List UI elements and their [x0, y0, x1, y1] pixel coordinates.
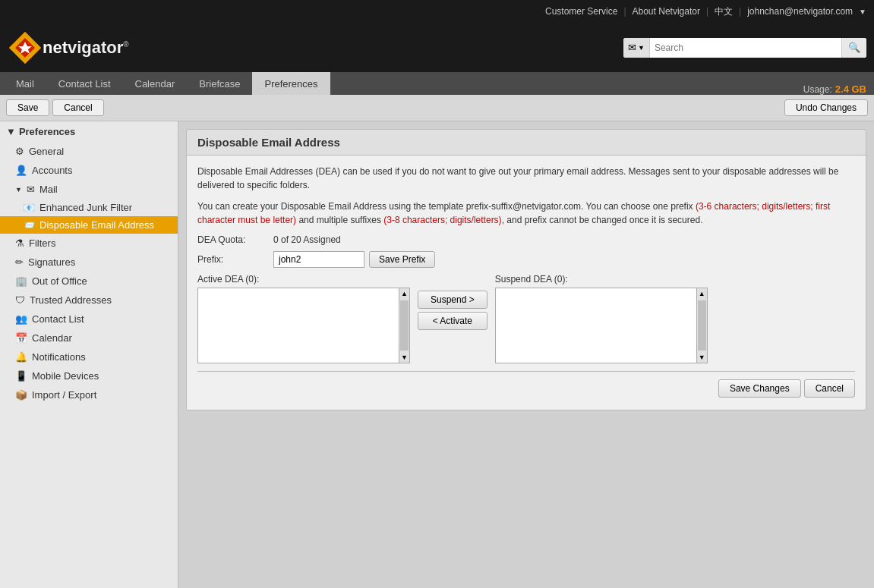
- sidebar-item-notifications[interactable]: 🔔 Notifications: [0, 347, 178, 366]
- usage-amount: 2.4 GB: [835, 83, 866, 95]
- search-type-selector[interactable]: ✉ ▼: [623, 38, 650, 58]
- dea-quota-row: DEA Quota: 0 of 20 Assigned: [197, 234, 855, 245]
- sidebar-item-label: Mail: [39, 184, 58, 195]
- tab-calendar[interactable]: Calendar: [123, 72, 188, 95]
- language-link[interactable]: 中文: [715, 5, 733, 18]
- user-dropdown-arrow[interactable]: ▼: [859, 8, 866, 16]
- dea-action-buttons: Suspend > < Activate: [418, 291, 487, 330]
- sidebar-item-label: Trusted Addresses: [30, 294, 112, 306]
- accounts-icon: 👤: [15, 165, 27, 176]
- sidebar-item-label: Disposable Email Address: [39, 219, 154, 231]
- activate-button[interactable]: < Activate: [418, 312, 487, 330]
- signatures-icon: ✏: [15, 256, 24, 268]
- sidebar-item-enhanced-junk-filter[interactable]: 📧 Enhanced Junk Filter: [0, 199, 178, 216]
- sidebar-collapse-arrow: ▼: [6, 126, 16, 137]
- sidebar-item-label: Accounts: [32, 165, 72, 176]
- dea-icon: 📨: [23, 219, 35, 231]
- tab-preferences[interactable]: Preferences: [252, 72, 330, 95]
- panel-title: Disposable Email Address: [187, 130, 866, 156]
- active-dea-section: Active DEA (0): ▲ ▼: [197, 274, 410, 363]
- panel-body: Disposable Email Addresses (DEA) can be …: [187, 156, 866, 410]
- search-input[interactable]: [650, 38, 841, 58]
- user-email: johnchan@netvigator.com: [747, 6, 853, 17]
- save-button[interactable]: Save: [6, 99, 49, 116]
- sidebar-item-mobile-devices[interactable]: 📱 Mobile Devices: [0, 366, 178, 385]
- logo-icon: [8, 30, 43, 65]
- suspend-dea-listbox[interactable]: ▲ ▼: [495, 288, 708, 363]
- content-area: Disposable Email Address Disposable Emai…: [178, 121, 874, 588]
- mail-icon: ✉: [27, 184, 35, 195]
- mail-expand-arrow: ▼: [15, 186, 22, 193]
- dea-form: DEA Quota: 0 of 20 Assigned Prefix: Save…: [197, 234, 855, 268]
- undo-changes-button[interactable]: Undo Changes: [784, 99, 868, 116]
- usage-area: Usage: 2.4 GB: [803, 83, 874, 95]
- panel-description-1: Disposable Email Addresses (DEA) can be …: [197, 165, 855, 192]
- sidebar-item-out-of-office[interactable]: 🏢 Out of Office: [0, 272, 178, 291]
- sidebar-item-import-export[interactable]: 📦 Import / Export: [0, 385, 178, 404]
- header: netvigator® ✉ ▼ 🔍: [0, 23, 874, 72]
- sidebar-item-label: Out of Office: [32, 275, 87, 287]
- sidebar-item-label: General: [29, 146, 64, 157]
- search-button[interactable]: 🔍: [841, 38, 866, 58]
- gear-icon: ⚙: [15, 146, 24, 157]
- sidebar-item-disposable-email-address[interactable]: 📨 Disposable Email Address: [0, 216, 178, 234]
- toolbar: Save Cancel Undo Changes: [0, 95, 874, 121]
- suspend-list-scroll-down[interactable]: ▼: [697, 352, 707, 363]
- search-bar: ✉ ▼ 🔍: [623, 38, 866, 58]
- about-link[interactable]: About Netvigator: [633, 6, 700, 17]
- top-bar: Customer Service | About Netvigator | 中文…: [0, 0, 874, 23]
- calendar-icon: 📅: [15, 332, 27, 344]
- sidebar-preferences-header[interactable]: ▼ Preferences: [0, 121, 178, 142]
- sidebar-item-contact-list[interactable]: 👥 Contact List: [0, 310, 178, 329]
- sidebar-item-label: Mobile Devices: [32, 370, 99, 382]
- sidebar-item-label: Contact List: [32, 313, 84, 325]
- dea-quota-label: DEA Quota:: [197, 234, 273, 245]
- suspend-dea-label: Suspend DEA (0):: [495, 274, 708, 285]
- tab-mail[interactable]: Mail: [4, 72, 46, 95]
- trusted-addresses-icon: 🛡: [15, 294, 25, 306]
- mobile-devices-icon: 📱: [15, 370, 27, 382]
- sidebar-item-trusted-addresses[interactable]: 🛡 Trusted Addresses: [0, 291, 178, 310]
- sidebar-item-calendar[interactable]: 📅 Calendar: [0, 329, 178, 347]
- cancel-button[interactable]: Cancel: [52, 99, 103, 116]
- sidebar-item-label: Enhanced Junk Filter: [39, 202, 132, 213]
- prefix-label: Prefix:: [197, 254, 273, 265]
- main-layout: ▼ Preferences ⚙ General 👤 Accounts ▼ ✉ M…: [0, 121, 874, 588]
- sidebar-item-label: Notifications: [32, 351, 86, 363]
- active-dea-label: Active DEA (0):: [197, 274, 410, 285]
- out-of-office-icon: 🏢: [15, 275, 27, 287]
- sidebar-item-accounts[interactable]: 👤 Accounts: [0, 161, 178, 180]
- sidebar-item-filters[interactable]: ⚗ Filters: [0, 234, 178, 253]
- dea-quota-value: 0 of 20 Assigned: [273, 234, 341, 245]
- nav-tabs: Mail Contact List Calendar Briefcase Pre…: [0, 72, 874, 95]
- search-type-arrow: ▼: [638, 44, 645, 52]
- active-list-scroll-up[interactable]: ▲: [399, 288, 409, 299]
- logo-text: netvigator®: [43, 38, 129, 58]
- sidebar-item-label: Signatures: [28, 256, 75, 268]
- suspend-button[interactable]: Suspend >: [418, 291, 487, 309]
- sidebar-preferences-label: Preferences: [19, 126, 75, 137]
- cancel-button-bottom[interactable]: Cancel: [804, 379, 855, 398]
- save-prefix-button[interactable]: Save Prefix: [369, 251, 435, 268]
- prefix-input[interactable]: [273, 251, 364, 268]
- tab-briefcase[interactable]: Briefcase: [187, 72, 252, 95]
- prefix-row: Prefix: Save Prefix: [197, 251, 855, 268]
- sidebar-item-mail[interactable]: ▼ ✉ Mail: [0, 180, 178, 199]
- save-changes-button[interactable]: Save Changes: [718, 379, 801, 398]
- usage-label: Usage:: [803, 84, 832, 95]
- sidebar-item-general[interactable]: ⚙ General: [0, 142, 178, 161]
- junk-filter-icon: 📧: [23, 202, 35, 213]
- tab-contact-list[interactable]: Contact List: [46, 72, 123, 95]
- active-dea-listbox[interactable]: ▲ ▼: [197, 288, 410, 363]
- sidebar-item-label: Calendar: [32, 332, 72, 344]
- panel-description-2: You can create your Disposable Email Add…: [197, 200, 855, 227]
- suspend-dea-section: Suspend DEA (0): ▲ ▼: [495, 274, 708, 363]
- sidebar-item-label: Import / Export: [32, 389, 96, 401]
- sidebar-item-label: Filters: [29, 237, 55, 249]
- suspend-list-scroll-up[interactable]: ▲: [697, 288, 707, 299]
- customer-service-link[interactable]: Customer Service: [545, 6, 617, 17]
- active-list-scroll-down[interactable]: ▼: [399, 352, 409, 363]
- logo: netvigator®: [8, 30, 129, 65]
- sidebar-item-signatures[interactable]: ✏ Signatures: [0, 253, 178, 272]
- notifications-icon: 🔔: [15, 351, 27, 363]
